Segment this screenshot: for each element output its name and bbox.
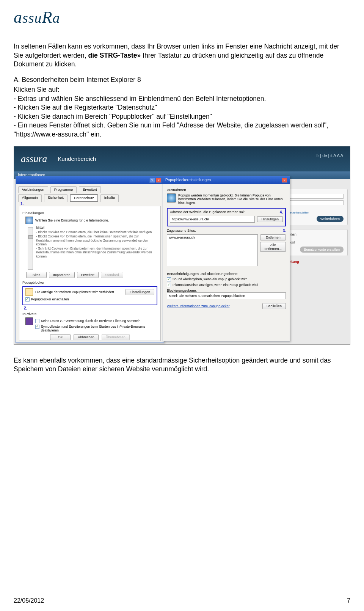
privacy-slider[interactable] [28,227,33,270]
chk-sound-box[interactable] [167,277,171,281]
chk-infobar: Informationsleiste anzeigen, wenn ein Po… [173,283,258,287]
chk-ip2: Symbolleisten und Erweiterungen beim Sta… [41,325,157,332]
pb-titlebar: Popupblockereinstellungen × [163,176,290,184]
globe-icon [25,217,33,224]
btn-sites[interactable]: Sites [26,272,47,278]
pb-block-label: Blockierungsebene: [167,289,286,292]
chk-popupblocker-box[interactable] [25,297,30,302]
slider-desc: - Blockt Cookies von Drittanbietern, die… [36,230,155,258]
btn-cancel[interactable]: Abbrechen [74,334,99,340]
tab-allgemein[interactable]: Allgemein [18,194,42,202]
close-icon[interactable]: × [282,177,287,183]
btn-standard: Standard [101,272,123,278]
chk-sound: Sound wiedergeben, wenn ein Popup gebloc… [173,277,248,281]
bullet-link[interactable]: https://www.e-assura.ch [16,130,86,138]
pb-grp-notify: Benachrichtigungen und Blockierungsebene… [167,272,286,276]
io-titlebar: ? × [16,176,164,184]
io-grp-settings: Einstellungen [22,211,157,215]
pb-list-label: Zugelassene Sites: [167,229,196,233]
page-footer: 22/05/2012 7 [14,597,350,604]
io-footer: OK Abbrechen Übernehmen [16,334,164,340]
btn-close[interactable]: Schließen [262,303,286,309]
pb-title-text: Popupblockereinstellungen [165,178,211,182]
io-content: Einstellungen Wählen Sie eine Einstellun… [19,206,161,341]
intro-paragraph: In seltenen Fällen kann es vorkommen, da… [14,42,350,69]
btn-remove[interactable]: Entfernen [260,234,286,240]
chk-ip1: Keine Daten zur Verwendung durch die InP… [41,319,140,323]
tab-programme[interactable]: Programme [50,186,77,193]
bullet-4: - Ein neues Fenster öffnet sich. Geben S… [14,121,350,139]
section-heading: A. Besonderheiten beim Internet Explorer… [14,76,350,84]
tab-erweitert[interactable]: Erweitert [79,186,100,193]
internet-options-dialog: ? × Verbindungen Programme Erweitert All… [16,176,164,343]
lang-switch[interactable]: fr | de | it A A A [316,153,343,158]
pb-block-value: Mittel: Die meisten automatischen Popups… [169,294,245,298]
login-submit[interactable]: Weiterfahren [317,216,344,222]
site-title: Kundenbereich [58,155,96,162]
annotation-3: 3. [283,229,286,233]
tab-inhalte[interactable]: Inhalte [100,194,119,202]
bullet-list: Klicken Sie auf: - Extras und wählen Sie… [14,85,350,139]
popup-blocker-dialog: Popupblockereinstellungen × Ausnahmen Po… [163,176,290,341]
btn-import[interactable]: Importieren [49,272,75,278]
pb-grp-exceptions: Ausnahmen [167,188,286,192]
intro-bold: die STRG-Taste» [88,52,141,59]
io-grp-popup: Popupblocker [22,280,157,284]
outro-paragraph: Es kann ebenfalls vorkommen, dass eine s… [14,356,350,374]
btn-add[interactable]: Hinzufügen [257,216,283,222]
pb-address-input[interactable] [170,216,255,223]
screenshot-figure: assura Kundenbereich fr | de | it A A A … [14,146,350,345]
inprivate-icon [25,317,33,325]
tab-datenschutz[interactable]: Datenschutz [70,194,98,202]
pb-block-select[interactable]: Mittel: Die meisten automatischen Popups… [167,292,286,299]
chk-ip1-box[interactable] [35,319,39,323]
io-tabs: Verbindungen Programme Erweitert Allgeme… [16,184,164,202]
bullet-1: - Extras und wählen Sie anschliessend im… [14,94,350,104]
pb-allowed-list[interactable]: www.e-assura.ch [167,234,258,266]
btn-ok[interactable]: OK [50,334,71,340]
globe-icon [167,193,176,203]
brand-logo: assuRa [14,8,350,27]
annotation-4: 4. [280,210,283,214]
io-grp-inprivate: InPrivate [22,312,157,316]
pb-addr-label: Adresse der Website, die zugelassen werd… [170,210,245,214]
site-logo: assura [21,153,47,165]
section-prefix: A. [14,76,22,83]
tab-verbindungen[interactable]: Verbindungen [18,186,48,193]
btn-advanced[interactable]: Erweitert [77,272,99,278]
login-pass-input[interactable] [287,200,344,205]
pb-list-item[interactable]: www.e-assura.ch [169,236,256,239]
btn-apply: Übernehmen [102,334,130,340]
site-header: assura Kundenbereich fr | de | it A A A [14,146,350,171]
footer-page: 7 [347,597,350,604]
footer-date: 22/05/2012 [14,597,44,604]
bullet-2: - Klicken Sie auf die Registerkarte "Dat… [14,103,350,112]
section-title: Besonderheiten beim Internet Explorer 8 [22,76,141,83]
pb-content: Ausnahmen Popups werden momentan geblock… [163,184,290,313]
btn-settings[interactable]: Einstellungen [126,289,154,295]
help-icon[interactable]: ? [149,177,155,183]
create-button[interactable]: Benutzerkonto erstellen [300,247,344,253]
annotation-2: 2. [24,306,27,310]
login-user-input[interactable] [287,194,344,199]
tab-sicherheit[interactable]: Sicherheit [44,194,67,202]
pb-help-text: Popups werden momentan geblockt. Sie kön… [178,193,286,205]
chk-infobar-box[interactable] [167,283,171,287]
popup-desc: Die Anzeige der meisten Popupfenster wir… [35,290,123,294]
chk-ip2-box[interactable] [35,325,39,329]
close-icon[interactable]: × [156,177,162,183]
chk-popupblocker: Popupblocker einschalten [31,297,69,301]
btn-remove-all[interactable]: Alle entfernen... [260,242,286,252]
popup-icon [25,288,33,296]
bullet-0: Klicken Sie auf: [14,85,350,94]
slider-text: Mittel - Blockt Cookies von Drittanbiete… [36,226,157,270]
annotation-1: 1. [20,202,24,206]
slider-title: Mittel [36,226,155,230]
pb-more-link[interactable]: Weitere Informationen zum Popupblocker [167,304,229,308]
io-zone-label: Wählen Sie eine Einstellung für die Inte… [35,218,109,222]
bullet-3: - Klicken Sie danach im Bereich "Popupbl… [14,112,350,121]
